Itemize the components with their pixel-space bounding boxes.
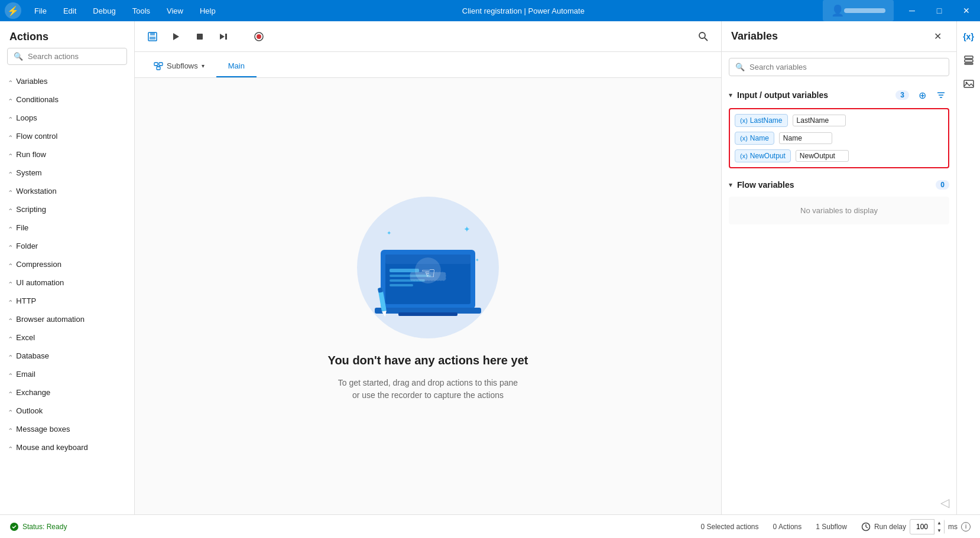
info-icon[interactable]: i [961,522,971,532]
menu-view[interactable]: View [158,0,192,21]
variables-search-box[interactable]: 🔍 [729,58,949,76]
action-label: Browser automation [16,315,85,324]
stop-button[interactable] [189,26,210,47]
section-actions: ⊕ [914,87,949,103]
input-output-variables-box: (x) LastName (x) Name (x) NewOutput [729,108,949,168]
variables-toggle-button[interactable]: {x} [958,26,979,47]
action-item-loops[interactable]: › Loops [0,109,134,127]
action-label: Message boxes [16,425,70,433]
svg-marker-7 [220,34,225,40]
minimize-button[interactable]: ─ [898,0,926,21]
image-button[interactable] [958,73,979,94]
subflow-count: 1 Subflow [816,523,847,531]
search-icon: 🔍 [14,52,23,61]
menu-edit[interactable]: Edit [55,0,85,21]
close-button[interactable]: ✕ [953,0,980,21]
collapse-chevron-icon: ▾ [729,181,732,189]
next-step-button[interactable] [213,26,234,47]
collapse-chevron-icon: ▾ [729,91,732,99]
actions-panel: Actions 🔍 › Variables › Conditionals › L… [0,21,135,514]
maximize-button[interactable]: □ [926,0,953,21]
action-item-folder[interactable]: › Folder [0,237,134,255]
flow-section-header[interactable]: ▾ Flow variables 0 [729,175,949,194]
action-item-browser-automation[interactable]: › Browser automation [0,310,134,328]
action-item-workstation[interactable]: › Workstation [0,182,134,200]
action-item-flow-control[interactable]: › Flow control [0,127,134,145]
add-variable-button[interactable]: ⊕ [914,87,930,103]
delay-decrement-button[interactable]: ▼ [934,527,944,534]
action-label: Conditionals [16,95,59,104]
chevron-right-icon: › [7,190,14,192]
menu-help[interactable]: Help [192,0,224,21]
tab-main[interactable]: Main [216,56,257,77]
action-item-outlook[interactable]: › Outlook [0,402,134,420]
empty-illustration: ✦ ✦ ✦ ✦ [351,191,505,344]
svg-text:✦: ✦ [463,224,470,234]
variable-item-name[interactable]: (x) Name [735,132,943,145]
no-variables-message: No variables to display [738,206,940,215]
run-delay-input[interactable] [910,523,934,531]
variables-search-input[interactable] [749,63,943,71]
filter-variables-button[interactable] [933,87,949,103]
run-delay-input-box[interactable]: ▲ ▼ [910,519,945,534]
action-item-variables[interactable]: › Variables [0,72,134,90]
actions-count: 0 Actions [773,523,802,531]
variable-name-input[interactable] [779,132,832,144]
status-check-icon [9,522,19,532]
empty-title: You don't have any actions here yet [328,354,528,367]
variable-name-input[interactable] [793,115,846,126]
variable-item-newoutput[interactable]: (x) NewOutput [735,149,943,162]
svg-rect-33 [398,312,457,316]
variable-item-lastname[interactable]: (x) LastName [735,114,943,127]
run-button[interactable] [166,26,187,47]
variables-panel: Variables ✕ 🔍 ▾ Input / output variables… [721,21,956,514]
action-item-ui-automation[interactable]: › UI automation [0,273,134,292]
play-icon [171,32,181,41]
search-input[interactable] [28,52,127,61]
status-label: Status: Ready [22,523,67,531]
menu-tools[interactable]: Tools [124,0,158,21]
action-label: Run flow [16,150,46,159]
chevron-right-icon: › [7,355,14,357]
input-output-section-header[interactable]: ▾ Input / output variables 3 ⊕ [729,82,949,108]
action-label: Mouse and keyboard [16,443,87,452]
subflows-icon [154,62,163,70]
user-avatar[interactable]: 👤 [823,0,894,21]
actions-search-box[interactable]: 🔍 [7,48,127,65]
save-button[interactable] [142,26,163,47]
action-item-excel[interactable]: › Excel [0,328,134,347]
record-button[interactable] [248,26,270,47]
action-item-http[interactable]: › HTTP [0,292,134,310]
flow-count-badge: 0 [936,180,949,190]
action-label: Loops [16,113,37,122]
tab-subflows[interactable]: Subflows ▾ [142,56,216,77]
undo-button[interactable]: ◁ [940,495,949,510]
action-label: Outlook [16,406,43,415]
menu-debug[interactable]: Debug [85,0,124,21]
action-item-scripting[interactable]: › Scripting [0,200,134,219]
variable-name-input[interactable] [796,150,849,162]
canvas-search-button[interactable] [693,26,714,47]
svg-line-48 [866,527,868,528]
action-item-system[interactable]: › System [0,164,134,182]
flow-variables-section: ▾ Flow variables 0 No variables to displ… [729,175,949,224]
delay-increment-button[interactable]: ▲ [934,519,944,527]
chevron-right-icon: › [7,392,14,393]
action-item-database[interactable]: › Database [0,347,134,365]
menu-file[interactable]: File [26,0,55,21]
action-item-run-flow[interactable]: › Run flow [0,145,134,164]
chevron-right-icon: › [7,245,14,247]
svg-rect-31 [410,272,446,281]
variables-panel-header: Variables ✕ [722,21,956,52]
action-item-compression[interactable]: › Compression [0,255,134,273]
action-item-email[interactable]: › Email [0,365,134,383]
action-item-mouse-keyboard[interactable]: › Mouse and keyboard [0,438,134,457]
svg-text:⚡: ⚡ [7,5,19,17]
action-item-file[interactable]: › File [0,219,134,237]
svg-rect-4 [150,37,155,40]
variables-close-button[interactable]: ✕ [928,27,947,46]
action-item-conditionals[interactable]: › Conditionals [0,90,134,109]
action-item-exchange[interactable]: › Exchange [0,383,134,402]
layers-button[interactable] [958,50,979,71]
action-item-message-boxes[interactable]: › Message boxes [0,420,134,438]
